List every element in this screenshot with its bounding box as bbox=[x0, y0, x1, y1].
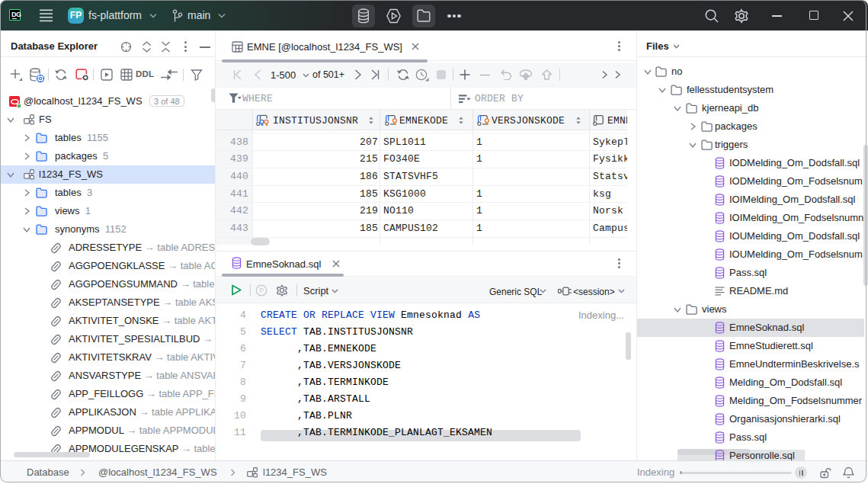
svg-text:P: P bbox=[259, 287, 264, 294]
